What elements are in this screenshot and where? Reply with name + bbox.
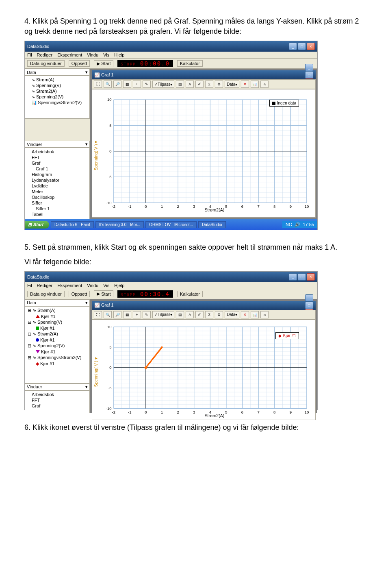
dropdown-icon[interactable]: ▾: [85, 384, 88, 390]
list-item[interactable]: Meter: [26, 189, 89, 194]
tool-icon[interactable]: ⚙: [215, 311, 223, 318]
maximize-button[interactable]: □: [298, 273, 306, 281]
list-item[interactable]: ⊟ ∿ Spenning2(V): [26, 343, 89, 349]
dropdown-icon[interactable]: ▾: [85, 142, 88, 147]
select-icon[interactable]: ▦: [123, 81, 131, 88]
list-item[interactable]: 📊SpenningvsStrøm2(V): [26, 100, 89, 105]
language-indicator[interactable]: NO: [286, 222, 292, 227]
menu-vis[interactable]: Vis: [103, 52, 109, 57]
calc-button[interactable]: Kalkulator: [177, 291, 203, 297]
list-item[interactable]: Oscilloskop: [26, 194, 89, 200]
tray-icon[interactable]: 🔊: [295, 222, 300, 227]
delete-icon[interactable]: ✕: [241, 81, 249, 88]
list-item[interactable]: ⊟ ∿ Strøm2(A): [26, 331, 89, 337]
tool-icon[interactable]: ⚙: [215, 81, 223, 88]
select-icon[interactable]: ▦: [123, 311, 131, 318]
zoom-icon[interactable]: 🔍: [104, 311, 112, 318]
minimize-button[interactable]: _: [289, 43, 297, 50]
list-item[interactable]: Kjør #1: [26, 314, 89, 319]
tool-icon[interactable]: Σ: [205, 81, 213, 88]
fit-icon[interactable]: ⛶: [94, 81, 102, 88]
plot-area[interactable]: -2-1012345678910-10-50510 Spenning( V ) …: [92, 89, 316, 218]
taskbar-item[interactable]: OHMS LOV - Microsof...: [145, 221, 197, 228]
list-item[interactable]: Arbeidsbok: [26, 149, 89, 155]
list-item[interactable]: Lydanalysator: [26, 177, 89, 183]
menu-rediger[interactable]: Rediger: [37, 283, 53, 288]
list-item[interactable]: ∿Strøm(A): [26, 77, 89, 83]
dropdown-icon[interactable]: ▾: [85, 70, 88, 75]
tool-icon[interactable]: ▤: [176, 81, 184, 88]
menu-hjelp[interactable]: Hjelp: [114, 283, 124, 288]
list-item[interactable]: Histogram: [26, 172, 89, 177]
tool-icon[interactable]: ✎: [143, 81, 151, 88]
delete-icon[interactable]: ✕: [241, 311, 249, 318]
tool-icon[interactable]: 📊: [251, 311, 259, 318]
graph-max-button[interactable]: □: [305, 71, 313, 78]
zoom-out-icon[interactable]: 🔎: [113, 311, 121, 318]
minimize-button[interactable]: _: [289, 273, 297, 281]
tool-icon[interactable]: ✐: [195, 311, 204, 318]
menu-vindu[interactable]: Vindu: [87, 52, 98, 57]
close-button[interactable]: ×: [307, 273, 315, 281]
zoom-out-icon[interactable]: 🔎: [113, 81, 121, 88]
data-windows-button[interactable]: Data og vinduer: [27, 291, 65, 297]
tilpass-button[interactable]: ✓Tilpass ▾: [152, 81, 174, 88]
tilpass-button[interactable]: ✓Tilpass ▾: [152, 311, 174, 318]
setup-button[interactable]: Oppsett: [69, 60, 90, 67]
tool-icon[interactable]: ✎: [143, 311, 151, 318]
list-item[interactable]: FFT: [26, 397, 89, 403]
menu-rediger[interactable]: Rediger: [37, 52, 53, 57]
tool-icon[interactable]: A: [186, 81, 194, 88]
tool-icon[interactable]: A: [186, 311, 194, 318]
start-button[interactable]: ▶ Start: [94, 60, 113, 67]
tool-icon[interactable]: ⎌: [260, 81, 269, 88]
data-dropdown[interactable]: Data ▾: [225, 311, 239, 318]
list-item[interactable]: ∿Spenning(V): [26, 83, 89, 88]
tool-icon[interactable]: Σ: [205, 311, 213, 318]
setup-button[interactable]: Oppsett: [69, 291, 90, 297]
menu-eksperiment[interactable]: Eksperiment: [57, 52, 82, 57]
menu-vis[interactable]: Vis: [103, 283, 109, 288]
list-item[interactable]: Graf 1: [26, 166, 89, 172]
list-item[interactable]: ∿Strøm2(A): [26, 88, 89, 94]
list-item[interactable]: ∿Spenning2(V): [26, 94, 89, 100]
list-item[interactable]: Kjør #1: [26, 349, 89, 355]
menu-hjelp[interactable]: Hjelp: [114, 52, 124, 57]
list-item[interactable]: Siffer: [26, 200, 89, 206]
zoom-icon[interactable]: 🔍: [104, 81, 112, 88]
graph-min-button[interactable]: _: [305, 294, 313, 302]
list-item[interactable]: Tabell: [26, 211, 89, 217]
tool-icon[interactable]: ✐: [195, 81, 204, 88]
list-item[interactable]: Lydkilde: [26, 183, 89, 189]
taskbar-item[interactable]: DataStudio: [198, 221, 225, 228]
start-menu-button[interactable]: ⊞Start: [25, 221, 49, 229]
calc-button[interactable]: Kalkulator: [177, 60, 203, 67]
data-dropdown[interactable]: Data ▾: [225, 81, 239, 88]
start-button[interactable]: ▶ Start: [94, 290, 113, 297]
list-item[interactable]: Kjør #1: [26, 325, 89, 331]
list-item[interactable]: ⊟ ∿ Strøm(A): [26, 307, 89, 314]
taskbar-item[interactable]: It's learning 3.0 - Mor...: [95, 221, 144, 228]
tool-icon[interactable]: ⎌: [260, 311, 269, 318]
list-item[interactable]: Arbeidsbok: [26, 392, 89, 397]
tool-icon[interactable]: 📊: [251, 81, 259, 88]
list-item[interactable]: Graf: [26, 403, 89, 409]
taskbar-item[interactable]: Datastudio 6 - Paint: [51, 221, 94, 228]
list-item[interactable]: ◆ Kjør #1: [26, 361, 89, 367]
data-windows-button[interactable]: Data og vinduer: [27, 60, 65, 67]
tool-icon[interactable]: ▤: [176, 311, 184, 318]
list-item[interactable]: Graf: [26, 160, 89, 166]
dropdown-icon[interactable]: ▾: [85, 300, 88, 305]
menu-eksperiment[interactable]: Eksperiment: [57, 283, 82, 288]
fit-icon[interactable]: ⛶: [94, 311, 102, 318]
maximize-button[interactable]: □: [298, 43, 306, 50]
list-item[interactable]: Siffer 1: [26, 206, 89, 211]
close-button[interactable]: ×: [307, 43, 315, 50]
menu-fil[interactable]: Fil: [27, 52, 32, 57]
plot-area[interactable]: -2-1012345678910-10-50510 Spenning( V ) …: [92, 320, 316, 420]
graph-min-button[interactable]: _: [305, 64, 313, 71]
list-item[interactable]: FFT: [26, 155, 89, 160]
list-item[interactable]: ⊟ ∿ Spenning(V): [26, 319, 89, 325]
list-item[interactable]: Kjør #1: [26, 337, 89, 343]
menu-fil[interactable]: Fil: [27, 283, 32, 288]
